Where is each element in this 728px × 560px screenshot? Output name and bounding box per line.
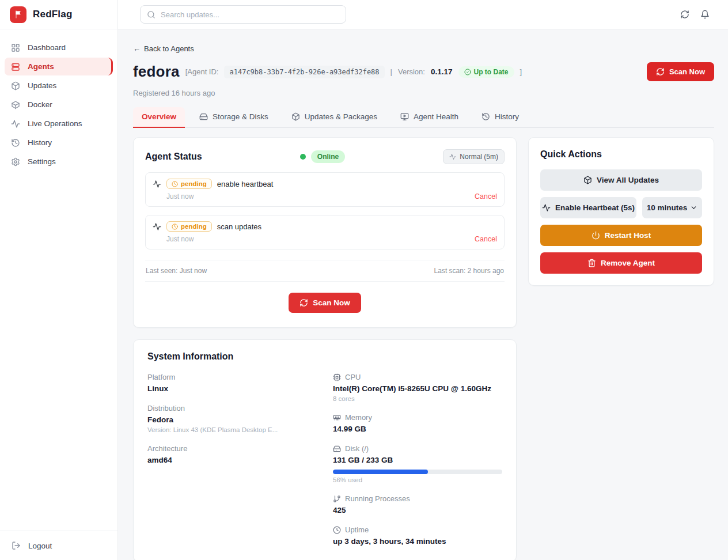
activity-icon	[153, 222, 161, 231]
memory-value: 14.99 GB	[333, 425, 502, 433]
search-input[interactable]	[161, 10, 339, 19]
system-information-title: System Information	[147, 351, 502, 362]
pending-action-label: enable heartbeat	[217, 180, 274, 188]
dashboard-icon	[11, 43, 20, 52]
refresh-icon[interactable]	[680, 10, 689, 19]
tab-overview[interactable]: Overview	[133, 107, 185, 128]
remove-agent-button[interactable]: Remove Agent	[540, 252, 702, 274]
pending-action-label: scan updates	[217, 222, 261, 231]
cancel-link[interactable]: Cancel	[475, 235, 497, 243]
tab-label: Storage & Disks	[213, 112, 268, 121]
up-to-date-label: Up to Date	[474, 68, 509, 76]
sidebar-nav: Dashboard Agents Updates Docker Live Ope…	[0, 29, 117, 171]
pending-badge: pending	[166, 221, 212, 232]
logout-button[interactable]: Logout	[0, 531, 117, 560]
agent-id-value: a147c9b8-33b7-4f2b-926e-a93edf32fe88	[224, 66, 384, 78]
refresh-icon	[299, 298, 308, 307]
back-to-agents-link[interactable]: ←Back to Agents	[133, 44, 194, 53]
refresh-icon	[656, 67, 665, 76]
cpu-cores: 8 cores	[333, 395, 502, 402]
up-to-date-badge: Up to Date	[458, 66, 514, 78]
pending-operation-row: pending enable heartbeat Just now Cancel	[145, 172, 505, 207]
enable-heartbeat-label: Enable Heartbeat (5s)	[555, 203, 635, 212]
system-info-right-column: CPU Intel(R) Core(TM) i5-8265U CPU @ 1.6…	[333, 373, 502, 557]
agent-name: fedora	[133, 63, 180, 81]
sidebar-item-label: History	[28, 138, 52, 147]
platform-value: Linux	[147, 384, 333, 393]
architecture-field: Architecture amd64	[147, 444, 333, 464]
clock-icon	[172, 181, 178, 187]
cube-icon	[11, 100, 20, 109]
sidebar-item-updates[interactable]: Updates	[5, 77, 113, 94]
power-icon	[592, 231, 600, 240]
view-all-updates-button[interactable]: View All Updates	[540, 169, 702, 191]
heartbeat-mode-label: Normal (5m)	[460, 153, 498, 161]
package-icon	[291, 112, 300, 121]
tab-agent-health[interactable]: Agent Health	[392, 107, 467, 128]
platform-field: Platform Linux	[147, 373, 333, 393]
processes-field: Running Processes 425	[333, 494, 502, 514]
online-badge: Online	[311, 150, 345, 163]
topbar-icons	[680, 10, 710, 19]
pending-badge-label: pending	[181, 180, 207, 187]
sidebar-item-agents[interactable]: Agents	[5, 58, 113, 75]
sidebar-item-history[interactable]: History	[5, 134, 113, 152]
sidebar-item-label: Dashboard	[28, 43, 66, 52]
activity-icon	[153, 180, 161, 188]
bracket-close: ]	[520, 67, 522, 76]
pending-badge-label: pending	[181, 223, 207, 230]
activity-icon	[542, 203, 551, 212]
processes-label: Running Processes	[345, 494, 410, 503]
last-seen-text: Last seen: Just now	[146, 267, 207, 275]
scan-now-label: Scan Now	[669, 67, 705, 76]
heartbeat-mode-button[interactable]: Normal (5m)	[443, 149, 505, 164]
main-content: ←Back to Agents fedora [Agent ID: a147c9…	[118, 29, 728, 560]
package-icon	[11, 81, 20, 90]
distribution-value: Fedora	[147, 415, 333, 424]
distribution-field: Distribution Fedora Version: Linux 43 (K…	[147, 404, 333, 433]
pending-time: Just now	[166, 235, 194, 243]
scan-now-button-card[interactable]: Scan Now	[289, 293, 361, 313]
tab-updates-packages[interactable]: Updates & Packages	[283, 107, 386, 128]
restart-host-label: Restart Host	[605, 231, 651, 240]
disk-value: 131 GB / 233 GB	[333, 456, 502, 464]
tab-storage-disks[interactable]: Storage & Disks	[191, 107, 277, 128]
tab-label: Agent Health	[414, 112, 458, 121]
pending-badge: pending	[166, 179, 212, 189]
bell-icon[interactable]	[700, 10, 710, 19]
pending-time: Just now	[166, 192, 194, 200]
sidebar-item-live-operations[interactable]: Live Operations	[5, 115, 113, 133]
platform-label: Platform	[147, 373, 333, 381]
system-info-left-column: Platform Linux Distribution Fedora Versi…	[147, 373, 333, 557]
logout-label: Logout	[28, 542, 52, 550]
disk-progress-fill	[333, 470, 428, 474]
brand-name: RedFlag	[33, 9, 72, 20]
search-box[interactable]	[140, 5, 346, 24]
sidebar-item-settings[interactable]: Settings	[5, 153, 113, 171]
scan-now-label: Scan Now	[313, 298, 350, 307]
sidebar-item-docker[interactable]: Docker	[5, 96, 113, 113]
interval-dropdown[interactable]: 10 minutes	[642, 197, 702, 218]
logout-icon	[12, 541, 21, 550]
memory-icon	[333, 414, 341, 422]
activity-icon	[11, 119, 20, 128]
back-link-label: Back to Agents	[144, 44, 194, 53]
online-status-dot	[300, 154, 306, 160]
sidebar-item-label: Settings	[28, 157, 56, 166]
sidebar-item-label: Docker	[28, 100, 52, 109]
enable-heartbeat-button[interactable]: Enable Heartbeat (5s)	[540, 197, 636, 218]
flag-icon	[14, 10, 23, 19]
system-information-card: System Information Platform Linux Distri…	[133, 339, 517, 560]
cpu-icon	[333, 373, 341, 381]
clock-icon	[333, 526, 341, 534]
last-scan-text: Last scan: 2 hours ago	[434, 267, 504, 275]
cpu-field: CPU Intel(R) Core(TM) i5-8265U CPU @ 1.6…	[333, 373, 502, 402]
restart-host-button[interactable]: Restart Host	[540, 225, 702, 246]
sidebar-item-dashboard[interactable]: Dashboard	[5, 39, 113, 56]
cancel-link[interactable]: Cancel	[475, 192, 497, 200]
separator: |	[390, 67, 392, 76]
tab-history[interactable]: History	[473, 107, 528, 128]
memory-label: Memory	[345, 413, 372, 422]
activity-icon	[449, 153, 456, 160]
scan-now-button-header[interactable]: Scan Now	[647, 62, 714, 81]
